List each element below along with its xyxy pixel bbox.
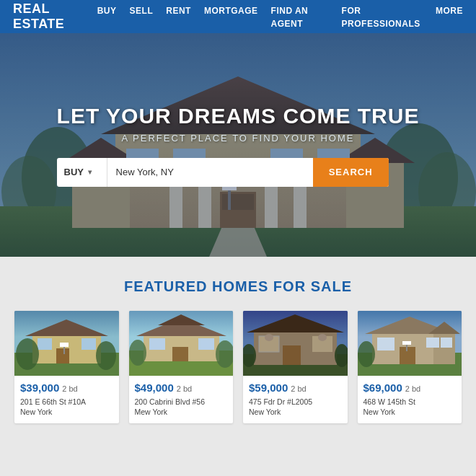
home-city-4: New York [363, 407, 457, 416]
home-address-1: 201 E 66th St #10A [20, 397, 113, 407]
hero-title: LET YOUR DREAMS COME TRUE [57, 104, 420, 128]
nav-item-buy[interactable]: BUY [97, 4, 117, 30]
home-price-1: $39,000 [20, 382, 59, 394]
home-beds-3: 2 bd [291, 384, 306, 393]
home-image-1 [14, 311, 119, 376]
home-card-4[interactable]: $69,0002 bd 468 W 145th St New York [358, 311, 462, 423]
featured-title: FEATURED HOMES FOR SALE [14, 278, 462, 295]
svg-rect-35 [60, 343, 69, 347]
svg-rect-55 [318, 334, 327, 341]
house-svg-3 [243, 311, 348, 376]
navbar: REAL ESTATE BUY SELL RENT MORTGAGE FIND … [0, 0, 476, 33]
nav-item-rent[interactable]: RENT [166, 4, 191, 30]
home-price-2: $49,000 [135, 382, 174, 394]
home-beds-4: 2 bd [405, 384, 420, 393]
nav-item-find-agent[interactable]: FIND AN AGENT [271, 4, 329, 30]
brand-logo: REAL ESTATE [13, 1, 97, 32]
home-info-2: $49,0002 bd 200 Cabrini Blvd #56 Mew Yor… [129, 376, 234, 423]
home-image-2 [129, 311, 234, 376]
homes-grid: $39,0002 bd 201 E 66th St #10A New York [14, 311, 462, 423]
nav-item-professionals[interactable]: FOR PROFESSIONALS [342, 4, 423, 30]
svg-rect-69 [406, 344, 407, 351]
featured-section: FEATURED HOMES FOR SALE [0, 257, 476, 445]
house-svg-4 [358, 311, 462, 376]
nav-item-mortgage[interactable]: MORTGAGE [204, 4, 258, 30]
home-address-3: 475 Fdr Dr #L2005 [249, 397, 342, 407]
svg-rect-66 [426, 338, 439, 348]
chevron-down-icon: ▾ [88, 168, 92, 176]
search-bar: BUY ▾ SEARCH [57, 158, 389, 187]
home-info-1: $39,0002 bd 201 E 66th St #10A New York [14, 376, 119, 423]
svg-rect-31 [81, 338, 96, 350]
home-price-3: $59,000 [249, 382, 288, 394]
home-card-2[interactable]: $49,0002 bd 200 Cabrini Blvd #56 Mew Yor… [129, 311, 234, 423]
home-city-2: Mew York [135, 407, 228, 416]
home-price-4: $69,000 [363, 382, 402, 394]
svg-point-33 [96, 341, 116, 370]
home-city-3: New York [249, 407, 342, 416]
home-card-1[interactable]: $39,0002 bd 201 E 66th St #10A New York [14, 311, 119, 423]
hero-section: LET YOUR DREAMS COME TRUE A PERFECT PLAC… [0, 33, 476, 257]
svg-rect-67 [441, 338, 452, 348]
search-type-label: BUY [64, 167, 84, 177]
svg-rect-30 [38, 338, 52, 350]
svg-point-32 [16, 338, 39, 370]
home-info-4: $69,0002 bd 468 W 145th St New York [358, 376, 462, 423]
home-image-3 [243, 311, 348, 376]
search-type-dropdown[interactable]: BUY ▾ [57, 158, 107, 187]
svg-rect-50 [283, 345, 301, 365]
svg-rect-70 [402, 341, 411, 345]
svg-point-68 [358, 341, 375, 367]
svg-rect-54 [265, 334, 273, 341]
home-address-2: 200 Cabrini Blvd #56 [135, 397, 228, 407]
search-input[interactable] [107, 158, 313, 187]
svg-point-44 [129, 340, 146, 366]
svg-rect-41 [172, 347, 188, 361]
nav-item-sell[interactable]: SELL [130, 4, 154, 30]
home-card-3[interactable]: $59,0002 bd 475 Fdr Dr #L2005 New York [243, 311, 348, 423]
home-image-4 [358, 311, 462, 376]
svg-rect-29 [56, 348, 69, 363]
hero-subtitle: A PERFECT PLACE TO FIND YOUR HOME [57, 133, 420, 144]
home-info-3: $59,0002 bd 475 Fdr Dr #L2005 New York [243, 376, 348, 423]
home-beds-2: 2 bd [177, 384, 192, 393]
svg-rect-65 [377, 338, 395, 351]
nav-menu: BUY SELL RENT MORTGAGE FIND AN AGENT FOR… [97, 4, 463, 30]
home-city-1: New York [20, 407, 113, 416]
svg-rect-42 [149, 338, 165, 350]
nav-item-more[interactable]: MORE [436, 4, 463, 30]
search-button[interactable]: SEARCH [313, 158, 389, 187]
svg-rect-43 [198, 338, 214, 350]
house-svg-2 [129, 311, 234, 376]
home-beds-1: 2 bd [62, 384, 77, 393]
home-address-4: 468 W 145th St [363, 397, 457, 407]
house-svg-1 [14, 311, 119, 376]
hero-content: LET YOUR DREAMS COME TRUE A PERFECT PLAC… [57, 104, 420, 187]
